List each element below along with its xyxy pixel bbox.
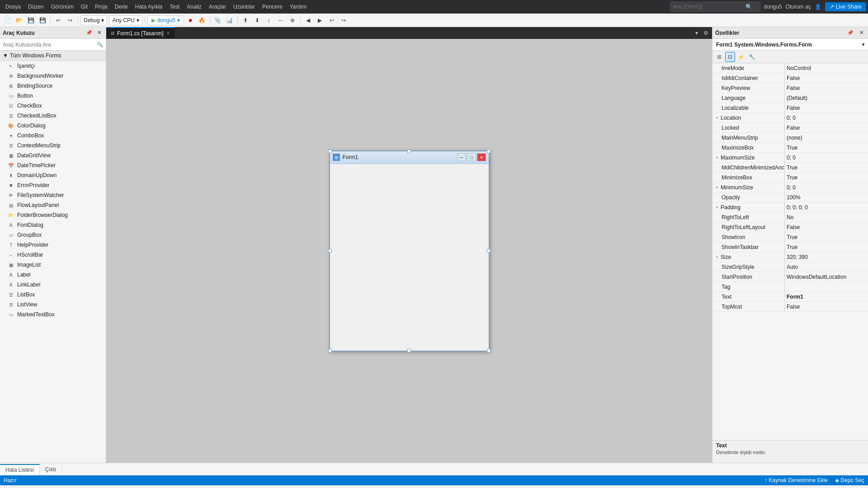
new-project-btn[interactable]: 📄 <box>2 15 13 25</box>
resize-handle-br[interactable] <box>487 349 491 352</box>
menu-proje[interactable]: Proje <box>91 2 111 12</box>
toolbox-search-input[interactable] <box>3 42 97 48</box>
toolbox-item[interactable]: 📁 FolderBrowserDialog <box>0 210 106 220</box>
stop-btn[interactable]: ■ <box>185 15 196 25</box>
nav-btn4[interactable]: ↪ <box>338 15 349 25</box>
toolbox-item[interactable]: ⊞ BindingSource <box>0 81 106 91</box>
doc-tab-form1[interactable]: ⊞ Form1.cs [Tasarım] ✕ <box>106 27 175 39</box>
debug-dropdown[interactable]: Debug ▾ <box>80 15 107 25</box>
menu-uzantilar[interactable]: Uzantılar <box>230 2 259 12</box>
resize-handle-bl[interactable] <box>328 349 332 352</box>
open-btn[interactable]: 📂 <box>14 15 24 25</box>
toolbox-item[interactable]: ▭ GroupBox <box>0 230 106 240</box>
cpu-dropdown[interactable]: Any CPU ▾ <box>109 15 142 25</box>
form-minimize-btn[interactable]: ─ <box>457 153 466 161</box>
form-window[interactable]: ⊞ Form1 ─ □ ✕ <box>329 150 490 352</box>
git-btn3[interactable]: ↕ <box>264 15 274 25</box>
props-row[interactable]: Tag <box>712 282 868 292</box>
toolbox-search-bar[interactable]: 🔍 <box>0 39 106 51</box>
form-body[interactable] <box>330 164 489 351</box>
toolbox-item[interactable]: ? HelpProvider <box>0 240 106 250</box>
props-row[interactable]: Opacity100% <box>712 192 868 202</box>
menu-gorunum[interactable]: Görünüm <box>47 2 77 12</box>
props-row[interactable]: ShowIconTrue <box>712 232 868 242</box>
props-grid-btn[interactable]: ⊞ <box>714 52 724 62</box>
menu-test[interactable]: Test <box>166 2 183 12</box>
props-expand-icon[interactable]: + <box>714 205 720 210</box>
doc-settings-icon[interactable]: ⚙ <box>702 28 710 38</box>
toolbox-item[interactable]: 👁 FileSystemWatcher <box>0 190 106 200</box>
nav-btn3[interactable]: ↩ <box>326 15 337 25</box>
menu-search-box[interactable]: 🔍 <box>670 2 760 12</box>
props-row[interactable]: LocalizableFalse <box>712 103 868 113</box>
resize-handle-tm[interactable] <box>407 150 411 153</box>
undo-btn[interactable]: ↩ <box>53 15 64 25</box>
props-row[interactable]: +MinimumSize0; 0 <box>712 183 868 192</box>
props-prop-pages-btn[interactable]: 🔧 <box>747 52 757 62</box>
resize-handle-tl[interactable] <box>328 150 332 153</box>
nav-btn2[interactable]: ▶ <box>315 15 326 25</box>
props-row[interactable]: MdiChildrenMinimizedAncTrue <box>712 163 868 173</box>
properties-object-selector[interactable]: Form1 System.Windows.Forms.Form ▾ <box>712 39 868 51</box>
props-row[interactable]: MainMenuStrip(none) <box>712 133 868 143</box>
props-row[interactable]: KeyPreviewFalse <box>712 83 868 93</box>
toolbox-item[interactable]: A FontDialog <box>0 220 106 230</box>
props-row[interactable]: +Location0; 0 <box>712 113 868 123</box>
props-expand-icon[interactable]: + <box>714 254 720 260</box>
toolbox-item[interactable]: ▦ DataGridView <box>0 150 106 160</box>
props-row[interactable]: StartPositionWindowsDefaultLocation <box>712 272 868 282</box>
toolbox-item[interactable]: 📅 DateTimePicker <box>0 160 106 170</box>
props-row[interactable]: RightToLeftLayoutFalse <box>712 222 868 232</box>
git-btn2[interactable]: ⬇ <box>252 15 263 25</box>
menu-derle[interactable]: Derle <box>111 2 132 12</box>
props-events-btn[interactable]: ⚡ <box>736 52 746 62</box>
toolbox-item[interactable]: ☰ ListBox <box>0 290 106 300</box>
form-maximize-btn[interactable]: □ <box>467 153 476 161</box>
save-btn[interactable]: 💾 <box>25 15 36 25</box>
toolbox-section-header[interactable]: ▼ Tüm Windows Forms <box>0 51 106 61</box>
menu-analiz[interactable]: Analiz <box>183 2 205 12</box>
git-btn5[interactable]: ⊕ <box>287 15 298 25</box>
resize-handle-ml[interactable] <box>328 249 332 253</box>
resize-handle-tr[interactable] <box>487 150 491 153</box>
doc-tab-close-btn[interactable]: ✕ <box>166 31 170 36</box>
menu-pencere[interactable]: Pencere <box>259 2 286 12</box>
signin-btn[interactable]: Oturum aç <box>786 4 811 10</box>
menu-araclar[interactable]: Araçlar <box>205 2 230 12</box>
toolbox-item[interactable]: ⚙ BackgroundWorker <box>0 71 106 81</box>
props-row[interactable]: Language(Default) <box>712 93 868 103</box>
git-btn1[interactable]: ⬆ <box>240 15 251 25</box>
props-pin-btn[interactable]: 📌 <box>846 29 854 37</box>
git-btn4[interactable]: ↔ <box>275 15 286 25</box>
toolbox-close-btn[interactable]: ✕ <box>95 29 103 37</box>
doc-dropdown-icon[interactable]: ▾ <box>693 28 700 38</box>
toolbox-item[interactable]: 🎨 ColorDialog <box>0 121 106 131</box>
props-row[interactable]: LockedFalse <box>712 123 868 133</box>
menu-dosya[interactable]: Dosya <box>2 2 24 12</box>
toolbox-item[interactable]: A Label <box>0 270 106 280</box>
resize-handle-bm[interactable] <box>407 349 411 352</box>
toolbox-item[interactable]: ▭ MarkedTextBox <box>0 310 106 319</box>
redo-btn[interactable]: ↪ <box>65 15 75 25</box>
diag-btn[interactable]: 📊 <box>224 15 235 25</box>
toolbox-item[interactable]: ↖ İşaretçi <box>0 61 106 71</box>
props-row[interactable]: +Size320; 390 <box>712 252 868 262</box>
toolbox-item[interactable]: ⬆ DomainUpDown <box>0 170 106 180</box>
toolbox-item[interactable]: ↔ HScrollBar <box>0 250 106 260</box>
props-row[interactable]: SizeGripStyleAuto <box>712 262 868 272</box>
save-all-btn[interactable]: 💾 <box>37 15 48 25</box>
toolbox-pin-btn[interactable]: 📌 <box>85 29 93 37</box>
form-close-btn[interactable]: ✕ <box>477 153 486 161</box>
props-row[interactable]: MinimizeBoxTrue <box>712 173 868 183</box>
menu-hata[interactable]: Hata Ayıkla <box>132 2 166 12</box>
toolbox-item[interactable]: ☰ ContextMenuStrip <box>0 141 106 150</box>
nav-btn1[interactable]: ◀ <box>303 15 314 25</box>
props-row[interactable]: TopMostFalse <box>712 302 868 312</box>
props-row[interactable]: IsMdiContainerFalse <box>712 73 868 83</box>
props-expand-icon[interactable]: + <box>714 185 720 190</box>
toolbox-item[interactable]: ▦ ImageList <box>0 260 106 270</box>
live-share-button[interactable]: ↗ Live Share <box>825 2 866 11</box>
props-close-btn[interactable]: ✕ <box>857 29 865 37</box>
bottom-tab-output[interactable]: Çıktı <box>40 465 62 474</box>
props-expand-icon[interactable]: + <box>714 155 720 160</box>
